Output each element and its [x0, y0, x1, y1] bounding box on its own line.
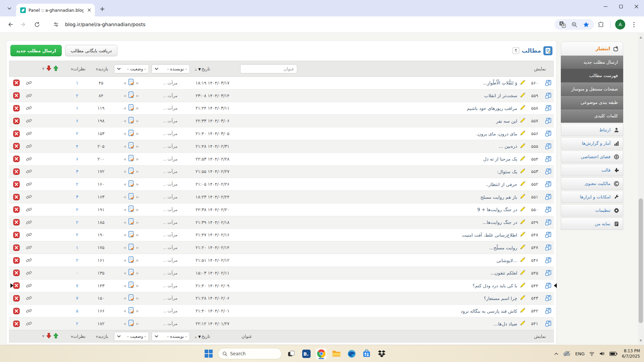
post-title-link[interactable]: سخت‌تر از انقلاب [484, 93, 517, 98]
status-prev-icon[interactable]: ◀ [123, 144, 126, 148]
view-post-icon[interactable] [542, 181, 554, 187]
view-post-icon[interactable] [542, 295, 554, 301]
status-next-icon[interactable]: ▶ [137, 106, 139, 110]
status-next-icon[interactable]: ▶ [137, 182, 139, 186]
edit-pencil-icon[interactable] [520, 206, 526, 213]
back-icon[interactable] [4, 19, 16, 30]
sidebar-item[interactable]: امکانات و ابزارها [561, 191, 623, 203]
view-post-icon[interactable] [542, 80, 554, 86]
browser-tab[interactable]: Panel :: a-ghannadian.blog.ir :: P [16, 4, 95, 16]
sidebar-item[interactable]: طبقه بندی موضوعی [561, 96, 623, 109]
status-prev-icon[interactable]: ◀ [123, 106, 126, 110]
post-link-icon[interactable] [24, 194, 34, 200]
status-next-icon[interactable]: ▶ [137, 157, 139, 161]
site-info-tune-icon[interactable] [53, 21, 59, 27]
help-button[interactable]: ؟ [513, 47, 519, 54]
delete-post-icon[interactable] [9, 257, 24, 264]
reload-icon[interactable] [31, 19, 43, 30]
status-published-icon[interactable] [128, 104, 134, 112]
move-down-icon[interactable] [46, 65, 51, 72]
status-prev-icon[interactable]: ◀ [123, 296, 126, 300]
start-button[interactable] [203, 348, 214, 359]
view-post-icon[interactable] [542, 283, 554, 289]
view-post-icon[interactable] [542, 118, 554, 124]
edit-pencil-icon[interactable] [520, 79, 526, 86]
status-next-icon[interactable]: ▶ [137, 284, 139, 288]
taskbar-chevron-up-icon[interactable] [554, 352, 558, 355]
status-next-icon[interactable]: ▶ [137, 309, 139, 313]
post-link-icon[interactable] [24, 270, 34, 276]
post-link-icon[interactable] [24, 130, 34, 137]
status-next-icon[interactable]: ▶ [137, 322, 139, 325]
status-published-icon[interactable] [128, 244, 134, 252]
edit-pencil-icon[interactable] [520, 181, 526, 188]
post-comments-link[interactable]: ۲ [65, 131, 90, 136]
status-next-icon[interactable]: ▶ [137, 246, 139, 249]
footer-date-label[interactable]: تاریخ▼▲ [191, 334, 238, 339]
delete-post-icon[interactable] [9, 156, 24, 162]
status-prev-icon[interactable]: ◀ [123, 322, 126, 325]
tab-close-icon[interactable] [86, 7, 92, 13]
zoom-icon[interactable] [571, 21, 578, 28]
post-title-link[interactable]: روایت مسلّح... [489, 245, 517, 250]
move-down-icon[interactable] [46, 333, 51, 340]
edit-pencil-icon[interactable] [520, 219, 526, 226]
view-post-icon[interactable] [542, 308, 554, 314]
post-link-icon[interactable] [24, 105, 34, 111]
sidebar-item[interactable]: آمار و گزارش‌ها [561, 137, 623, 149]
move-up-icon[interactable] [53, 333, 58, 340]
post-title-link[interactable]: یک مرحبا از ته دل [483, 156, 517, 162]
post-comments-link[interactable]: ۲ [65, 232, 90, 237]
extensions-icon[interactable] [595, 19, 606, 30]
status-prev-icon[interactable]: ◀ [123, 233, 126, 237]
status-next-icon[interactable]: ▶ [137, 132, 139, 135]
delete-post-icon[interactable] [9, 282, 24, 289]
post-comments-link[interactable]: ۳ [65, 194, 90, 199]
post-link-icon[interactable] [24, 320, 34, 327]
status-next-icon[interactable]: ▶ [137, 94, 139, 98]
sidebar-item[interactable]: ارتباط [561, 124, 623, 136]
onedrive-paused-icon[interactable] [563, 351, 571, 357]
status-next-icon[interactable]: ▶ [137, 271, 139, 275]
delete-post-icon[interactable] [9, 295, 24, 302]
post-link-icon[interactable] [24, 168, 34, 175]
status-prev-icon[interactable]: ◀ [123, 309, 126, 313]
view-post-icon[interactable] [542, 168, 554, 175]
post-comments-link[interactable]: ۲ [65, 207, 90, 212]
new-post-button[interactable]: ارسال مطلب جدید [10, 45, 62, 56]
move-up-icon[interactable] [53, 65, 58, 72]
delete-post-icon[interactable] [9, 219, 24, 226]
delete-post-icon[interactable] [9, 194, 24, 200]
sidebar-item[interactable]: کلمات کلیدی [561, 109, 623, 123]
browser-menu-kebab-icon[interactable] [628, 19, 640, 30]
post-title-link[interactable]: صیاد دل‌ها... [494, 321, 517, 326]
sidebar-item[interactable]: صفحات مستقل و منوساز [561, 82, 623, 96]
view-post-icon[interactable] [542, 244, 554, 251]
status-published-icon[interactable] [128, 117, 134, 125]
post-title-link[interactable]: این سه نفر [496, 118, 517, 124]
status-prev-icon[interactable]: ◀ [123, 182, 126, 186]
post-comments-link[interactable]: ۴ [65, 144, 90, 149]
status-filter-dropdown[interactable]: - وضعیت - [114, 64, 149, 73]
status-prev-icon[interactable]: ◀ [123, 94, 126, 98]
delete-post-icon[interactable] [9, 308, 24, 314]
post-comments-link[interactable]: ۱ [65, 245, 90, 250]
status-prev-icon[interactable]: ◀ [123, 221, 126, 224]
edit-pencil-icon[interactable] [520, 130, 526, 137]
view-post-icon[interactable] [542, 206, 554, 213]
status-published-icon[interactable] [128, 307, 134, 315]
column-header-display[interactable]: نمایش [527, 66, 553, 71]
delete-post-icon[interactable] [9, 181, 24, 188]
post-title-link[interactable]: کاش قند پارسی به بنگاله نرود [461, 308, 517, 314]
post-comments-link[interactable]: ۱ [65, 80, 90, 85]
view-post-icon[interactable] [542, 257, 554, 263]
column-header-views[interactable]: بازدید▼ [90, 66, 113, 71]
language-indicator[interactable]: ENG [575, 351, 585, 356]
status-published-icon[interactable] [128, 142, 134, 150]
status-published-icon[interactable] [128, 282, 134, 290]
scrollbar-thumb[interactable] [639, 198, 643, 323]
status-published-icon[interactable] [128, 205, 134, 214]
post-link-icon[interactable] [24, 232, 34, 238]
view-post-icon[interactable] [542, 232, 554, 238]
delete-post-icon[interactable] [9, 269, 24, 276]
